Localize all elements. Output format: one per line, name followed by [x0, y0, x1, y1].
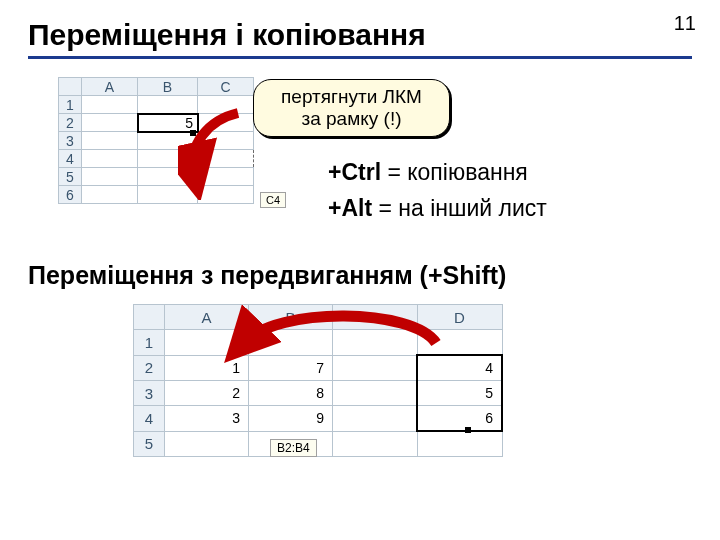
row2-header-4: 4 — [134, 406, 165, 432]
cell2-D3: 5 — [417, 381, 502, 406]
row-header-1: 1 — [59, 96, 82, 114]
row2-header-5: 5 — [134, 431, 165, 457]
col2-header-D: D — [417, 305, 502, 330]
drag-tooltip-top: C4 — [260, 192, 286, 208]
col2-header-B: B — [249, 305, 333, 330]
note-ctrl-key: +Ctrl — [328, 159, 381, 185]
col2-header-A: A — [165, 305, 249, 330]
cell2-A3: 2 — [165, 381, 249, 406]
cell-C4-target — [198, 150, 254, 168]
fill-handle-2 — [465, 427, 471, 433]
cell2-D2: 4 — [417, 355, 502, 381]
cell2-A2: 1 — [165, 355, 249, 381]
col-header-C: C — [198, 78, 254, 96]
select-all-corner-2 — [134, 305, 165, 330]
cell2-B2: 7 — [249, 355, 333, 381]
section-subtitle: Переміщення з передвиганням (+Shift) — [28, 261, 692, 290]
spreadsheet-grid-bottom: A B C D 1 2 1 7 4 3 2 8 5 — [133, 304, 503, 457]
cell2-D4: 6 — [417, 406, 502, 432]
row-header-5: 5 — [59, 168, 82, 186]
row-header-4: 4 — [59, 150, 82, 168]
select-all-corner — [59, 78, 82, 96]
row-header-6: 6 — [59, 186, 82, 204]
keyboard-notes: +Ctrl = копіювання +Alt = на інший лист — [328, 155, 547, 226]
note-ctrl-rest: = копіювання — [381, 159, 528, 185]
note-alt-rest: = на інший лист — [372, 195, 547, 221]
col2-header-C: C — [333, 305, 418, 330]
row2-header-1: 1 — [134, 330, 165, 356]
col-header-B: B — [138, 78, 198, 96]
cell-B2: 5 — [138, 114, 198, 132]
callout-line1: пертягнути ЛКМ — [281, 86, 422, 107]
callout-line2: за рамку (!) — [302, 108, 402, 129]
row2-header-3: 3 — [134, 381, 165, 406]
row2-header-2: 2 — [134, 355, 165, 381]
cell2-A4: 3 — [165, 406, 249, 432]
fill-handle — [190, 130, 196, 136]
page-number: 11 — [674, 12, 696, 35]
page-title: Переміщення і копіювання — [28, 18, 692, 52]
callout-bubble: пертягнути ЛКМ за рамку (!) — [253, 79, 450, 137]
col-header-A: A — [82, 78, 138, 96]
note-alt: +Alt = на інший лист — [328, 191, 547, 227]
cell2-B3: 8 — [249, 381, 333, 406]
note-alt-key: +Alt — [328, 195, 372, 221]
title-underline — [28, 56, 692, 59]
cell2-B4: 9 — [249, 406, 333, 432]
row-header-2: 2 — [59, 114, 82, 132]
spreadsheet-grid-top: A B C 1 2 5 3 4 — [58, 77, 254, 204]
note-ctrl: +Ctrl = копіювання — [328, 155, 547, 191]
row-header-3: 3 — [59, 132, 82, 150]
drag-tooltip-bottom: B2:B4 — [270, 439, 317, 457]
